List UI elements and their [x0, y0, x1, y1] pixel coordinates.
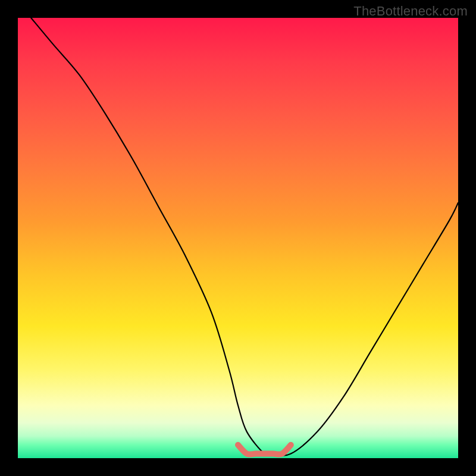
curve-svg [18, 18, 458, 458]
plot-area [18, 18, 458, 458]
bottleneck-curve [31, 18, 458, 455]
watermark-label: TheBottleneck.com [353, 4, 468, 19]
chart-frame: TheBottleneck.com [0, 0, 476, 476]
optimal-flat-segment [238, 445, 291, 455]
